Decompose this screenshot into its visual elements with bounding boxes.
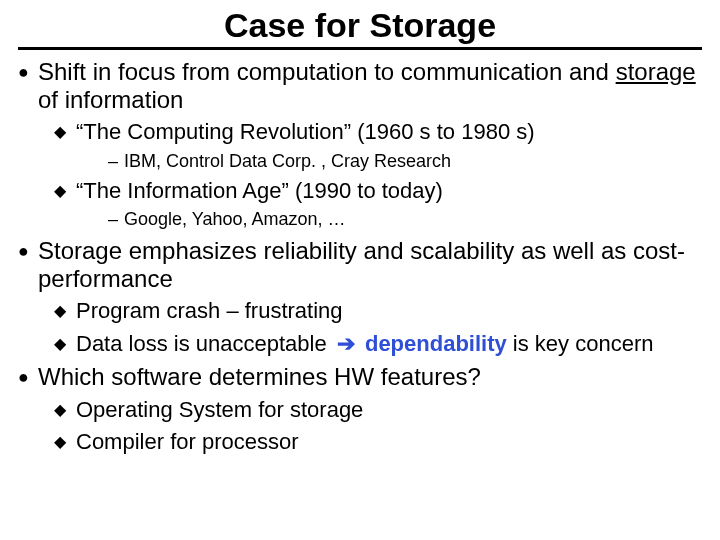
subsub-text: IBM, Control Data Corp. , Cray Research — [124, 150, 702, 173]
bullet-text: Storage emphasizes reliability and scala… — [38, 237, 702, 292]
sub-text: Program crash – frustrating — [76, 298, 702, 324]
sub-data-loss: Data loss is unacceptable ➔ dependabilit… — [54, 331, 702, 357]
sub-computing-revolution: “The Computing Revolution” (1960 s to 19… — [54, 119, 702, 145]
sub-text: Compiler for processor — [76, 429, 702, 455]
bullet-shift-focus: Shift in focus from computation to commu… — [18, 58, 702, 113]
sub-text: “The Computing Revolution” (1960 s to 19… — [76, 119, 702, 145]
circle-bullet-icon — [18, 58, 38, 86]
diamond-bullet-icon — [54, 119, 76, 145]
sub-program-crash: Program crash – frustrating — [54, 298, 702, 324]
circle-bullet-icon — [18, 363, 38, 391]
dash-bullet-icon: – — [108, 150, 124, 173]
sub-text: Data loss is unacceptable ➔ dependabilit… — [76, 331, 702, 357]
bullet-text: Which software determines HW features? — [38, 363, 702, 391]
diamond-bullet-icon — [54, 298, 76, 324]
subsub-ibm: – IBM, Control Data Corp. , Cray Researc… — [108, 150, 702, 173]
bullet-storage-emphasizes: Storage emphasizes reliability and scala… — [18, 237, 702, 292]
slide: Case for Storage Shift in focus from com… — [0, 0, 720, 468]
subsub-text: Google, Yahoo, Amazon, … — [124, 208, 702, 231]
sub-text: “The Information Age” (1990 to today) — [76, 178, 702, 204]
sub-compiler: Compiler for processor — [54, 429, 702, 455]
sub-text: Operating System for storage — [76, 397, 702, 423]
sub-information-age: “The Information Age” (1990 to today) — [54, 178, 702, 204]
circle-bullet-icon — [18, 237, 38, 265]
bullet-text: Shift in focus from computation to commu… — [38, 58, 702, 113]
arrow-icon: ➔ — [333, 331, 359, 356]
diamond-bullet-icon — [54, 331, 76, 357]
sub-operating-system: Operating System for storage — [54, 397, 702, 423]
subsub-google: – Google, Yahoo, Amazon, … — [108, 208, 702, 231]
diamond-bullet-icon — [54, 429, 76, 455]
bullet-which-software: Which software determines HW features? — [18, 363, 702, 391]
diamond-bullet-icon — [54, 397, 76, 423]
slide-title: Case for Storage — [18, 6, 702, 45]
diamond-bullet-icon — [54, 178, 76, 204]
title-rule — [18, 47, 702, 50]
dash-bullet-icon: – — [108, 208, 124, 231]
